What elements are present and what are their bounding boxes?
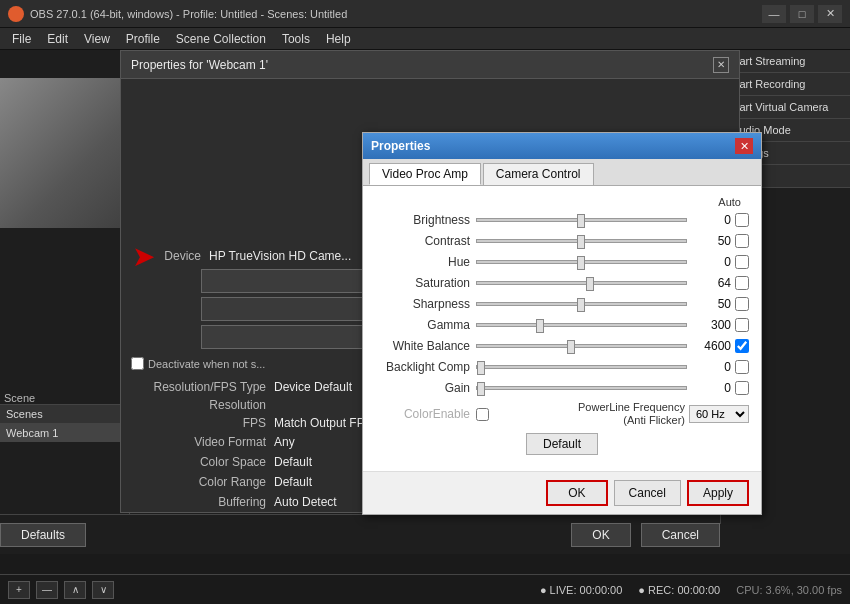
status-bar: + — ∧ ∨ ● LIVE: 00:00:00 ● REC: 00:00:00…	[0, 574, 850, 604]
gamma-auto-checkbox[interactable]	[735, 318, 749, 332]
defaults-button[interactable]: Defaults	[0, 523, 86, 547]
menu-scene-collection[interactable]: Scene Collection	[168, 30, 274, 48]
add-button[interactable]: +	[8, 581, 30, 599]
properties-modal-title-bar: Properties ✕	[363, 133, 761, 159]
brightness-auto-checkbox[interactable]	[735, 213, 749, 227]
saturation-value: 64	[693, 276, 731, 290]
sharpness-auto-checkbox[interactable]	[735, 297, 749, 311]
deactivate-checkbox[interactable]	[131, 357, 144, 370]
white-balance-label: White Balance	[375, 339, 470, 353]
hue-label: Hue	[375, 255, 470, 269]
white-balance-slider-track	[476, 344, 687, 348]
minimize-button[interactable]: —	[762, 5, 786, 23]
webcam-dialog-title-text: Properties for 'Webcam 1'	[131, 58, 268, 72]
scene-label: Scene	[4, 392, 35, 404]
title-bar-controls: — □ ✕	[762, 5, 842, 23]
tab-video-proc-amp[interactable]: Video Proc Amp	[369, 163, 481, 185]
white-balance-slider-thumb[interactable]	[567, 340, 575, 354]
sharpness-label: Sharpness	[375, 297, 470, 311]
hue-row: Hue 0	[375, 254, 749, 270]
obs-icon	[8, 6, 24, 22]
hue-value: 0	[693, 255, 731, 269]
color-enable-checkbox[interactable]	[476, 408, 489, 421]
brightness-value: 0	[693, 213, 731, 227]
gain-auto-checkbox[interactable]	[735, 381, 749, 395]
auto-header: Auto	[375, 196, 749, 208]
properties-modal: Properties ✕ Video Proc Amp Camera Contr…	[362, 132, 762, 515]
contrast-slider-track	[476, 239, 687, 243]
dialog-ok-button[interactable]: OK	[571, 523, 630, 547]
saturation-slider-container	[476, 275, 687, 291]
backlight-comp-auto-checkbox[interactable]	[735, 360, 749, 374]
menu-file[interactable]: File	[4, 30, 39, 48]
sharpness-slider-container	[476, 296, 687, 312]
properties-ok-button[interactable]: OK	[546, 480, 607, 506]
menu-view[interactable]: View	[76, 30, 118, 48]
gain-slider-thumb[interactable]	[477, 382, 485, 396]
menu-bar: File Edit View Profile Scene Collection …	[0, 28, 850, 50]
properties-apply-button[interactable]: Apply	[687, 480, 749, 506]
title-bar: OBS 27.0.1 (64-bit, windows) - Profile: …	[0, 0, 850, 28]
tab-camera-control[interactable]: Camera Control	[483, 163, 594, 185]
maximize-button[interactable]: □	[790, 5, 814, 23]
menu-tools[interactable]: Tools	[274, 30, 318, 48]
properties-modal-title: Properties	[371, 139, 430, 153]
gain-slider-track	[476, 386, 687, 390]
color-space-label: Color Space	[121, 455, 266, 469]
buffering-label: Buffering	[121, 495, 266, 509]
up-button[interactable]: ∧	[64, 581, 86, 599]
gamma-slider-thumb[interactable]	[536, 319, 544, 333]
start-streaming-button[interactable]: Start Streaming	[721, 50, 850, 73]
cpu-status: CPU: 3.6%, 30.00 fps	[736, 584, 842, 596]
gain-label: Gain	[375, 381, 470, 395]
contrast-slider-container	[476, 233, 687, 249]
saturation-auto-checkbox[interactable]	[735, 276, 749, 290]
gamma-label: Gamma	[375, 318, 470, 332]
down-button[interactable]: ∨	[92, 581, 114, 599]
properties-cancel-button[interactable]: Cancel	[614, 480, 681, 506]
contrast-slider-thumb[interactable]	[577, 235, 585, 249]
contrast-auto-checkbox[interactable]	[735, 234, 749, 248]
brightness-slider-thumb[interactable]	[577, 214, 585, 228]
fps-label: FPS	[121, 416, 266, 430]
gain-row: Gain 0	[375, 380, 749, 396]
gamma-slider-track	[476, 323, 687, 327]
properties-modal-close[interactable]: ✕	[735, 138, 753, 154]
remove-button[interactable]: —	[36, 581, 58, 599]
red-arrow-indicator: ➤	[132, 240, 155, 273]
start-recording-button[interactable]: Start Recording	[721, 73, 850, 96]
white-balance-auto-checkbox[interactable]	[735, 339, 749, 353]
dialog-cancel-button[interactable]: Cancel	[641, 523, 720, 547]
sharpness-slider-thumb[interactable]	[577, 298, 585, 312]
default-button[interactable]: Default	[526, 433, 598, 455]
webcam-dialog-close[interactable]: ✕	[713, 57, 729, 73]
color-enable-label: ColorEnable	[375, 407, 470, 421]
close-button[interactable]: ✕	[818, 5, 842, 23]
powerline-select[interactable]: 60 Hz 50 Hz	[689, 405, 749, 423]
scene-item-webcam1[interactable]: Webcam 1	[0, 424, 129, 442]
saturation-label: Saturation	[375, 276, 470, 290]
rec-status: ● REC: 00:00:00	[638, 584, 720, 596]
saturation-slider-thumb[interactable]	[586, 277, 594, 291]
contrast-row: Contrast 50	[375, 233, 749, 249]
gain-value: 0	[693, 381, 731, 395]
resolution-label: Resolution	[121, 398, 266, 412]
menu-profile[interactable]: Profile	[118, 30, 168, 48]
hue-slider-thumb[interactable]	[577, 256, 585, 270]
gamma-value: 300	[693, 318, 731, 332]
hue-auto-checkbox[interactable]	[735, 255, 749, 269]
backlight-comp-value: 0	[693, 360, 731, 374]
menu-edit[interactable]: Edit	[39, 30, 76, 48]
color-range-label: Color Range	[121, 475, 266, 489]
white-balance-row: White Balance 4600	[375, 338, 749, 354]
gain-slider-container	[476, 380, 687, 396]
sharpness-row: Sharpness 50	[375, 296, 749, 312]
backlight-comp-slider-thumb[interactable]	[477, 361, 485, 375]
start-virtual-camera-button[interactable]: Start Virtual Camera	[721, 96, 850, 119]
status-controls: + — ∧ ∨	[8, 581, 114, 599]
saturation-row: Saturation 64	[375, 275, 749, 291]
backlight-comp-row: Backlight Comp 0	[375, 359, 749, 375]
menu-help[interactable]: Help	[318, 30, 359, 48]
resolution-fps-type-label: Resolution/FPS Type	[121, 380, 266, 394]
brightness-label: Brightness	[375, 213, 470, 227]
